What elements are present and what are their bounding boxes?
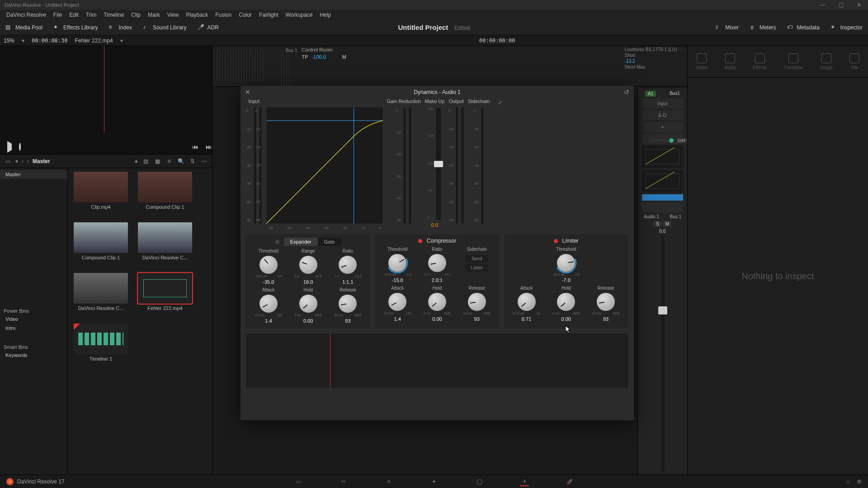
fader[interactable]: [661, 235, 665, 472]
threshold-knob[interactable]: [259, 256, 278, 274]
index-button[interactable]: ≡Index: [104, 20, 137, 35]
source-viewer[interactable]: ⏮ ⏭: [0, 46, 212, 155]
waveform-preview[interactable]: [246, 333, 628, 388]
ratio-knob[interactable]: [428, 254, 446, 272]
eq-curve[interactable]: [642, 145, 683, 168]
zoom-level[interactable]: 15%: [4, 38, 14, 44]
input-slot[interactable]: Input: [642, 99, 683, 108]
reset-icon[interactable]: ↺: [624, 89, 629, 96]
maximize-button[interactable]: ▢: [832, 0, 850, 10]
close-button[interactable]: ✕: [850, 0, 868, 10]
menu-item[interactable]: Fairlight: [255, 12, 282, 18]
meters-button[interactable]: ⫼Meters: [744, 20, 782, 35]
slider-handle[interactable]: [434, 161, 443, 167]
tab-image[interactable]: Image: [820, 53, 833, 70]
listen-button[interactable]: Listen: [465, 264, 488, 272]
sound-library-button[interactable]: ♪Sound Library: [137, 20, 192, 35]
close-icon[interactable]: ✕: [245, 89, 250, 96]
more-icon[interactable]: ⋯: [678, 47, 683, 52]
dynamics-dialog[interactable]: ✕ Dynamics - Audio 1 ↺ Input 0-10-20-30-…: [241, 86, 634, 420]
order-slot[interactable]: E-O: [642, 110, 683, 120]
makeup-value[interactable]: 0.0: [431, 222, 438, 228]
hold-knob[interactable]: [557, 293, 575, 311]
attack-knob[interactable]: [259, 295, 278, 313]
dyn-curve[interactable]: [642, 170, 683, 192]
tab-video[interactable]: Video: [696, 53, 708, 70]
smart-bins-header[interactable]: Smart Bins: [0, 342, 67, 351]
page-fairlight[interactable]: ♪: [520, 477, 529, 486]
menu-item[interactable]: File: [50, 12, 66, 18]
play-button[interactable]: [7, 144, 12, 150]
menu-item[interactable]: Playback: [182, 12, 212, 18]
release-knob[interactable]: [339, 295, 357, 313]
solo-button[interactable]: S: [654, 221, 661, 227]
hold-knob[interactable]: [428, 293, 446, 311]
menu-item[interactable]: Color: [235, 12, 255, 18]
tab-effects[interactable]: Effects: [753, 53, 766, 70]
search-icon[interactable]: 🔍: [177, 157, 185, 165]
menu-item[interactable]: Fusion: [212, 12, 235, 18]
chevron-down-icon[interactable]: ▾: [15, 158, 18, 164]
menu-item[interactable]: Workspace: [282, 12, 316, 18]
loop-button[interactable]: [19, 144, 21, 150]
menu-item[interactable]: Timeline: [100, 12, 127, 18]
timecode-timeline[interactable]: 00:00:00:00: [479, 38, 515, 44]
clip-thumb[interactable]: DaVinci Resolve C...: [136, 222, 194, 267]
more-icon[interactable]: ⋯: [200, 157, 208, 165]
prev-button[interactable]: ⏮: [192, 143, 198, 150]
dim-button[interactable]: DIM: [676, 138, 688, 143]
add-slot[interactable]: +: [642, 122, 683, 132]
attack-knob[interactable]: [518, 293, 536, 311]
menu-item[interactable]: Mark: [144, 12, 164, 18]
adr-button[interactable]: 🎤ADR: [192, 20, 224, 35]
page-color[interactable]: ◯: [475, 477, 484, 486]
clip-thumb[interactable]: Compound Clip 1: [71, 222, 130, 267]
attack-knob[interactable]: [388, 293, 406, 311]
menu-item[interactable]: Edit: [66, 12, 82, 18]
page-deliver[interactable]: 🚀: [565, 477, 574, 486]
transfer-curve[interactable]: 0-10-20-30-40-50-60 -60-50-40-30-20-100: [266, 107, 383, 224]
list-view-icon[interactable]: ≡: [165, 157, 173, 165]
threshold-knob[interactable]: [557, 254, 575, 272]
release-knob[interactable]: [597, 293, 615, 311]
bin-master[interactable]: Master: [0, 170, 67, 179]
send-button[interactable]: Send: [465, 255, 488, 263]
media-pool-button[interactable]: ▤Media Pool: [0, 20, 48, 35]
expander-gate-toggle[interactable]: Expander Gate: [284, 238, 341, 246]
clip-thumb[interactable]: DaVinci Resolve C...: [71, 273, 130, 318]
sidebar-toggle-icon[interactable]: ▭: [4, 157, 12, 165]
hold-knob[interactable]: [299, 295, 317, 313]
bin-video[interactable]: Video: [0, 314, 67, 324]
clip-thumb-selected[interactable]: Fehler 222.mp4: [136, 273, 194, 318]
mute-button[interactable]: M: [663, 221, 671, 227]
forward-icon[interactable]: ›: [27, 158, 29, 164]
mixer-strip[interactable]: A1 Bus1 Input E-O + Audio 1 Bus 1 SM 0.0: [637, 88, 687, 474]
next-button[interactable]: ⏭: [206, 143, 212, 150]
menu-item[interactable]: Clip: [127, 12, 144, 18]
page-edit[interactable]: ≡: [384, 477, 393, 486]
effects-library-button[interactable]: ✦Effects Library: [48, 20, 103, 35]
power-bins-header[interactable]: Power Bins: [0, 305, 67, 314]
page-cut[interactable]: ✂: [339, 477, 348, 486]
bin-keywords[interactable]: Keywords: [0, 351, 67, 360]
strip-view-icon[interactable]: ▤: [142, 157, 150, 165]
clip-thumb[interactable]: Compound Clip 1: [136, 172, 194, 217]
enable-dot[interactable]: [275, 240, 279, 244]
page-fusion[interactable]: ✦: [429, 477, 439, 486]
tab-audio[interactable]: Audio: [724, 53, 736, 70]
dialog-titlebar[interactable]: ✕ Dynamics - Audio 1 ↺: [241, 86, 634, 99]
release-knob[interactable]: [468, 293, 486, 311]
playhead[interactable]: [104, 46, 104, 132]
ratio-knob[interactable]: [339, 256, 357, 274]
menu-item[interactable]: DaVinci Resolve: [3, 12, 50, 18]
mixer-button[interactable]: ⫴Mixer: [710, 20, 744, 35]
menu-item[interactable]: Trim: [82, 12, 100, 18]
monitor-slider[interactable]: DIM: [651, 138, 688, 143]
makeup-slider[interactable]: [435, 108, 442, 221]
timeline-thumb[interactable]: Timeline 1: [71, 324, 130, 369]
chevron-down-icon[interactable]: ▾: [22, 38, 24, 44]
pan-block[interactable]: [642, 194, 683, 201]
tab-file[interactable]: File: [849, 53, 859, 70]
menu-item[interactable]: Help: [316, 12, 335, 18]
tab-transition[interactable]: Transition: [783, 53, 803, 70]
